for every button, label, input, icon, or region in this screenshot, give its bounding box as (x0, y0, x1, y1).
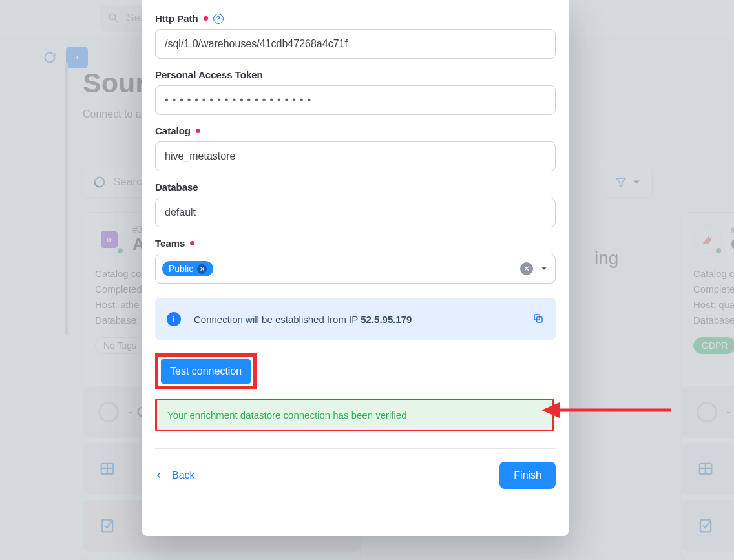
chevron-down-icon[interactable] (540, 264, 549, 273)
http-path-input[interactable] (155, 29, 556, 59)
success-message: Your enrichment datastore connection has… (155, 399, 554, 431)
test-connection-highlight: Test connection (155, 353, 257, 389)
close-icon[interactable]: ✕ (197, 264, 207, 274)
clear-icon[interactable]: ✕ (520, 262, 533, 275)
finish-button[interactable]: Finish (499, 462, 556, 489)
required-dot (196, 129, 200, 133)
http-path-label: Http Path (155, 13, 198, 24)
chevron-left-icon (155, 470, 163, 481)
info-icon: i (167, 312, 181, 326)
info-ip: 52.5.95.179 (361, 314, 412, 325)
annotation-arrow (541, 400, 671, 420)
teams-select[interactable]: Public ✕ ✕ (155, 254, 556, 284)
back-button[interactable]: Back (155, 470, 195, 481)
database-input[interactable] (155, 198, 556, 227)
copy-icon[interactable] (532, 313, 544, 326)
catalog-label: Catalog (155, 125, 191, 136)
ip-info-banner: i Connection will be established from IP… (155, 298, 556, 340)
help-icon[interactable]: ? (213, 14, 224, 24)
team-chip[interactable]: Public ✕ (162, 261, 213, 276)
team-chip-label: Public (169, 264, 193, 274)
required-dot (204, 16, 208, 21)
teams-label: Teams (155, 238, 185, 249)
test-connection-button[interactable]: Test connection (161, 359, 251, 384)
database-label: Database (155, 181, 198, 192)
pat-input[interactable]: •••••••••••••••••••• (155, 85, 556, 115)
info-text: Connection will be established from IP 5… (194, 314, 412, 325)
connection-modal: Http Path ? Personal Access Token ••••••… (142, 0, 569, 536)
pat-label: Personal Access Token (155, 69, 263, 80)
catalog-input[interactable] (155, 141, 556, 171)
required-dot (190, 241, 194, 245)
